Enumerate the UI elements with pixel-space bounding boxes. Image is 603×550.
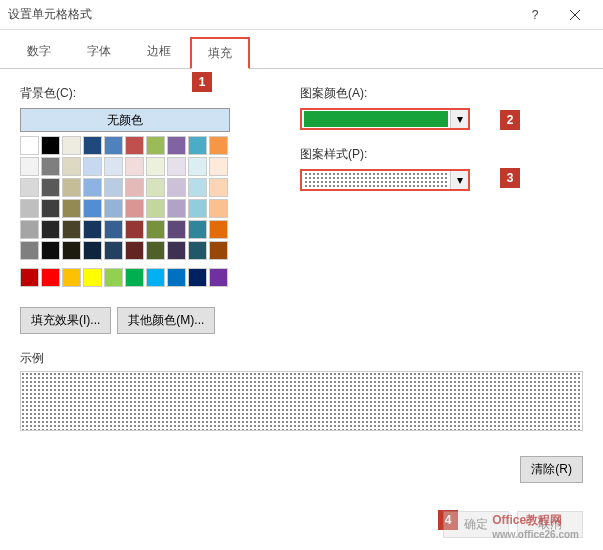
color-swatch[interactable] bbox=[167, 157, 186, 176]
color-swatch[interactable] bbox=[188, 199, 207, 218]
color-swatch[interactable] bbox=[146, 178, 165, 197]
clear-button[interactable]: 清除(R) bbox=[520, 456, 583, 483]
color-swatch[interactable] bbox=[104, 136, 123, 155]
color-swatch[interactable] bbox=[20, 241, 39, 260]
color-swatch[interactable] bbox=[209, 178, 228, 197]
sample-preview bbox=[20, 371, 583, 431]
color-swatch[interactable] bbox=[188, 178, 207, 197]
color-swatch[interactable] bbox=[167, 241, 186, 260]
color-swatch[interactable] bbox=[188, 136, 207, 155]
pattern-color-label: 图案颜色(A): bbox=[300, 85, 583, 102]
left-panel: 背景色(C): 无颜色 填充效果(I)... 其他颜色(M)... bbox=[20, 85, 240, 334]
pattern-style-label: 图案样式(P): bbox=[300, 146, 583, 163]
color-swatch[interactable] bbox=[62, 157, 81, 176]
pattern-style-value bbox=[304, 172, 448, 188]
color-swatch[interactable] bbox=[62, 199, 81, 218]
footer: 确定 取消 bbox=[443, 511, 583, 538]
color-swatch[interactable] bbox=[41, 220, 60, 239]
color-swatch[interactable] bbox=[125, 241, 144, 260]
color-swatch[interactable] bbox=[125, 136, 144, 155]
color-swatch[interactable] bbox=[104, 220, 123, 239]
color-swatch[interactable] bbox=[62, 220, 81, 239]
color-swatch[interactable] bbox=[125, 157, 144, 176]
color-swatch[interactable] bbox=[41, 178, 60, 197]
color-swatch[interactable] bbox=[188, 241, 207, 260]
color-swatch[interactable] bbox=[41, 241, 60, 260]
color-swatch[interactable] bbox=[188, 157, 207, 176]
pattern-color-combo[interactable]: ▾ bbox=[300, 108, 470, 130]
sample-area: 示例 bbox=[20, 350, 583, 431]
help-button[interactable]: ? bbox=[515, 0, 555, 30]
color-swatch[interactable] bbox=[104, 268, 123, 287]
color-swatch[interactable] bbox=[104, 241, 123, 260]
color-swatch[interactable] bbox=[209, 220, 228, 239]
color-swatch[interactable] bbox=[167, 268, 186, 287]
color-swatch[interactable] bbox=[104, 178, 123, 197]
color-swatch[interactable] bbox=[62, 136, 81, 155]
color-swatch[interactable] bbox=[146, 220, 165, 239]
color-swatch[interactable] bbox=[209, 268, 228, 287]
color-swatch[interactable] bbox=[83, 136, 102, 155]
titlebar: 设置单元格格式 ? bbox=[0, 0, 603, 30]
color-swatch[interactable] bbox=[125, 220, 144, 239]
color-swatch[interactable] bbox=[209, 136, 228, 155]
color-swatch[interactable] bbox=[83, 178, 102, 197]
color-swatch[interactable] bbox=[167, 220, 186, 239]
cancel-button[interactable]: 取消 bbox=[517, 511, 583, 538]
color-swatch[interactable] bbox=[62, 241, 81, 260]
tab-font[interactable]: 字体 bbox=[70, 36, 128, 68]
tab-fill[interactable]: 填充 bbox=[190, 37, 250, 69]
color-swatch[interactable] bbox=[167, 199, 186, 218]
tab-number[interactable]: 数字 bbox=[10, 36, 68, 68]
color-swatch[interactable] bbox=[83, 157, 102, 176]
color-swatch[interactable] bbox=[62, 178, 81, 197]
color-swatch[interactable] bbox=[83, 199, 102, 218]
more-colors-button[interactable]: 其他颜色(M)... bbox=[117, 307, 215, 334]
color-swatch[interactable] bbox=[83, 268, 102, 287]
sample-label: 示例 bbox=[20, 350, 583, 367]
color-swatch[interactable] bbox=[41, 268, 60, 287]
color-swatch[interactable] bbox=[41, 157, 60, 176]
close-icon bbox=[570, 10, 580, 20]
color-swatch[interactable] bbox=[125, 199, 144, 218]
close-button[interactable] bbox=[555, 0, 595, 30]
color-swatch[interactable] bbox=[125, 268, 144, 287]
tab-border[interactable]: 边框 bbox=[130, 36, 188, 68]
ok-button[interactable]: 确定 bbox=[443, 511, 509, 538]
color-swatch[interactable] bbox=[146, 241, 165, 260]
color-swatch[interactable] bbox=[20, 220, 39, 239]
no-color-button[interactable]: 无颜色 bbox=[20, 108, 230, 132]
pattern-style-combo[interactable]: ▾ bbox=[300, 169, 470, 191]
color-swatch[interactable] bbox=[41, 199, 60, 218]
color-swatch[interactable] bbox=[83, 220, 102, 239]
color-swatch[interactable] bbox=[188, 268, 207, 287]
color-swatch[interactable] bbox=[41, 136, 60, 155]
color-swatch[interactable] bbox=[209, 241, 228, 260]
color-swatch[interactable] bbox=[20, 157, 39, 176]
color-swatch[interactable] bbox=[20, 178, 39, 197]
fill-effects-button[interactable]: 填充效果(I)... bbox=[20, 307, 111, 334]
window-title: 设置单元格格式 bbox=[8, 6, 515, 23]
color-swatch[interactable] bbox=[125, 178, 144, 197]
color-swatch[interactable] bbox=[20, 199, 39, 218]
color-swatch[interactable] bbox=[104, 157, 123, 176]
color-swatch[interactable] bbox=[146, 268, 165, 287]
color-swatch[interactable] bbox=[104, 199, 123, 218]
chevron-down-icon: ▾ bbox=[450, 171, 468, 189]
color-swatch[interactable] bbox=[167, 136, 186, 155]
theme-color-grid bbox=[20, 136, 230, 260]
color-swatch[interactable] bbox=[146, 136, 165, 155]
color-swatch[interactable] bbox=[188, 220, 207, 239]
color-swatch[interactable] bbox=[20, 136, 39, 155]
callout-3: 3 bbox=[500, 168, 520, 188]
color-swatch[interactable] bbox=[209, 157, 228, 176]
callout-2: 2 bbox=[500, 110, 520, 130]
color-swatch[interactable] bbox=[62, 268, 81, 287]
color-swatch[interactable] bbox=[20, 268, 39, 287]
color-swatch[interactable] bbox=[83, 241, 102, 260]
color-swatch[interactable] bbox=[209, 199, 228, 218]
color-swatch[interactable] bbox=[146, 157, 165, 176]
color-swatch[interactable] bbox=[146, 199, 165, 218]
color-swatch[interactable] bbox=[167, 178, 186, 197]
button-row: 填充效果(I)... 其他颜色(M)... bbox=[20, 307, 240, 334]
